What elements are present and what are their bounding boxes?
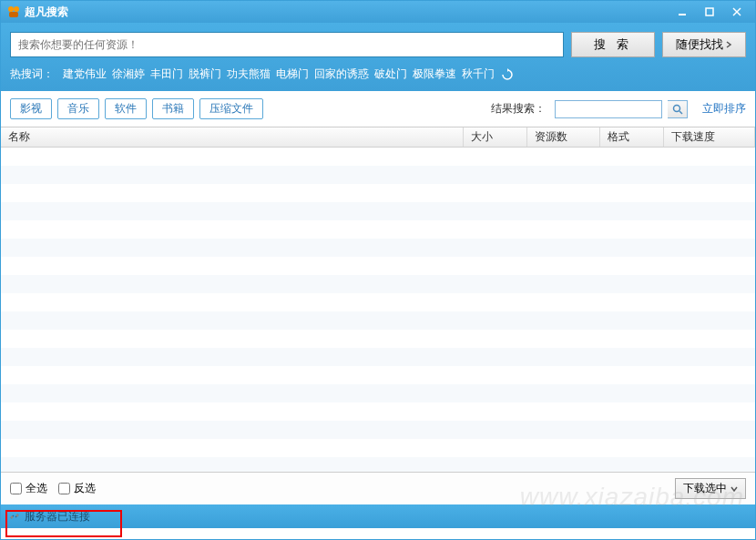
column-speed[interactable]: 下载速度 — [664, 127, 755, 147]
hot-words-label: 热搜词： — [10, 66, 54, 82]
hot-word-link[interactable]: 破处门 — [374, 66, 407, 82]
app-title: 超凡搜索 — [25, 5, 669, 20]
status-text: 服务器已连接 — [25, 509, 90, 525]
hot-word-link[interactable]: 脱裤门 — [189, 66, 221, 82]
column-resources[interactable]: 资源数 — [527, 127, 600, 147]
column-format[interactable]: 格式 — [600, 127, 664, 147]
chevron-down-icon — [730, 485, 738, 493]
results-table-header: 名称 大小 资源数 格式 下载速度 — [1, 127, 755, 148]
category-music-button[interactable]: 音乐 — [57, 98, 99, 119]
hot-word-link[interactable]: 功夫熊猫 — [227, 66, 271, 82]
chevron-right-icon — [725, 41, 732, 48]
minimize-button[interactable] — [669, 4, 695, 20]
hot-word-link[interactable]: 回家的诱惑 — [314, 66, 369, 82]
invert-selection-checkbox[interactable]: 反选 — [58, 481, 96, 496]
column-name[interactable]: 名称 — [1, 127, 464, 147]
select-all-checkbox[interactable]: 全选 — [10, 481, 47, 496]
bottom-toolbar: 全选 反选 下载选中 — [1, 472, 755, 504]
hot-word-link[interactable]: 丰田门 — [150, 66, 183, 82]
app-logo-icon — [6, 5, 21, 19]
category-toolbar: 影视 音乐 软件 书籍 压缩文件 结果搜索： 立即排序 — [1, 91, 755, 127]
column-size[interactable]: 大小 — [464, 127, 527, 147]
invert-selection-input[interactable] — [58, 483, 70, 494]
category-software-button[interactable]: 软件 — [105, 98, 147, 119]
category-video-button[interactable]: 影视 — [10, 98, 52, 119]
download-selected-label: 下载选中 — [683, 481, 727, 496]
maximize-button[interactable] — [697, 4, 722, 20]
svg-point-7 — [673, 105, 679, 111]
result-search-label: 结果搜索： — [491, 101, 546, 117]
result-search-button[interactable] — [668, 100, 688, 118]
hot-word-link[interactable]: 电梯门 — [276, 66, 309, 82]
svg-point-0 — [8, 6, 14, 12]
svg-rect-4 — [706, 8, 713, 15]
sort-now-link[interactable]: 立即排序 — [702, 101, 746, 117]
category-archive-button[interactable]: 压缩文件 — [199, 98, 263, 119]
svg-line-8 — [679, 111, 682, 114]
search-button[interactable]: 搜 索 — [571, 32, 655, 57]
hot-word-link[interactable]: 秋千门 — [462, 66, 495, 82]
refresh-icon[interactable] — [500, 67, 515, 82]
hot-words-row: 热搜词： 建党伟业 徐湘婷 丰田门 脱裤门 功夫熊猫 电梯门 回家的诱惑 破处门… — [10, 66, 746, 82]
close-button[interactable] — [724, 4, 750, 20]
download-selected-button[interactable]: 下载选中 — [675, 478, 746, 499]
titlebar: 超凡搜索 — [1, 1, 755, 23]
search-input[interactable] — [10, 32, 564, 57]
search-header: 搜 索 随便找找 热搜词： 建党伟业 徐湘婷 丰田门 脱裤门 功夫熊猫 电梯门 … — [1, 23, 755, 91]
connection-icon — [8, 510, 21, 523]
select-all-input[interactable] — [10, 483, 22, 494]
svg-point-10 — [16, 515, 19, 517]
result-search-input[interactable] — [555, 100, 662, 118]
random-find-button[interactable]: 随便找找 — [662, 32, 746, 57]
magnifier-icon — [672, 104, 683, 115]
hot-word-link[interactable]: 建党伟业 — [63, 66, 107, 82]
statusbar: 服务器已连接 — [1, 504, 755, 528]
select-all-label: 全选 — [26, 481, 47, 496]
results-table-body — [1, 148, 755, 472]
svg-point-9 — [11, 516, 14, 519]
svg-point-1 — [14, 6, 19, 12]
invert-selection-label: 反选 — [74, 481, 96, 496]
hot-word-link[interactable]: 徐湘婷 — [112, 66, 145, 82]
svg-rect-2 — [9, 12, 18, 17]
random-find-label: 随便找找 — [676, 36, 723, 53]
category-books-button[interactable]: 书籍 — [152, 98, 194, 119]
hot-word-link[interactable]: 极限拳速 — [413, 66, 456, 82]
